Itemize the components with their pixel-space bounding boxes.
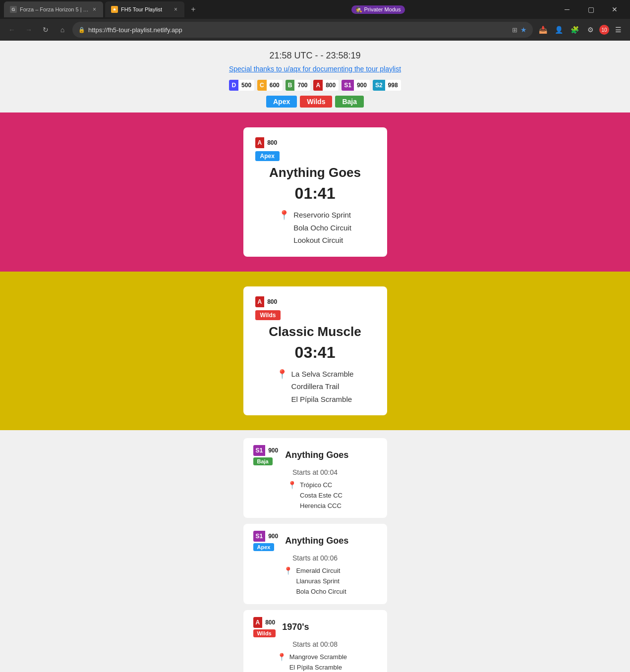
private-mode-badge: 🕵 Privater Modus [351,5,405,14]
event-2-loc-1: Mangrove Scramble [289,652,353,663]
event-2-class-letter: A [253,617,263,628]
featured-1-class-number: 800 [264,137,280,148]
event-0-time: Starts at 00:04 [253,468,377,476]
event-1-tag: Apex [253,543,275,551]
event-card-2: A 800 Wilds 1970's Starts at 00:08 📍 Man… [243,610,387,672]
tab-close-fh5[interactable]: × [173,5,178,14]
reload-button[interactable]: ↻ [39,23,53,37]
featured-card-1: A 800 Apex Anything Goes 01:41 📍 Reservo… [243,127,387,257]
event-1-badges: S1 900 Apex [253,531,282,551]
class-number-s1: 900 [354,80,370,91]
featured-card-1-badges: A 800 Apex [255,137,375,161]
tab-fh5[interactable]: ★ FH5 Tour Playlist × [105,1,184,17]
event-1-class-badge: S1 900 [253,531,282,542]
featured-card-2-badges: A 800 Wilds [255,296,375,320]
lock-icon: 🔒 [78,27,85,33]
featured-1-class-letter: A [255,137,265,148]
tab-title-forza: Forza – Forza Horizon 5 | Seite 3 [20,6,89,12]
event-0-class-number: 900 [265,445,281,456]
menu-button[interactable]: ☰ [611,23,625,37]
private-mode-icon: 🕵 [355,6,362,13]
tag-apex[interactable]: Apex [266,96,297,108]
event-card-1: S1 900 Apex Anything Goes Starts at 00:0… [243,524,387,604]
class-badge-s1[interactable]: S1 900 [342,80,370,91]
featured-2-loc-2: Cordillera Trail [291,380,354,393]
tab-favicon-fh5: ★ [111,6,118,13]
tag-baja[interactable]: Baja [335,96,364,108]
extensions-button[interactable]: 🧩 [568,23,581,37]
event-0-loc-1: Trópico CC [300,480,343,491]
home-button[interactable]: ⌂ [56,23,69,37]
time-display: 21:58 UTC - - 23:58:19 [8,51,622,61]
featured-2-loc-3: El Pípila Scramble [291,393,354,406]
class-letter-a: A [313,80,323,91]
class-badges-row: D 500 C 600 B 700 A 800 S1 900 [8,80,622,91]
class-badge-d[interactable]: D 500 [229,80,254,91]
new-tab-button[interactable]: + [186,2,200,16]
event-1-loc-2: Llanuras Sprint [296,576,346,587]
pocket-button[interactable]: 📥 [536,23,550,37]
event-2-title: 1970's [282,622,309,632]
settings-button[interactable]: ⚙ [583,23,597,37]
class-badge-s2[interactable]: S2 998 [373,80,401,91]
events-list: S1 900 Baja Anything Goes Starts at 00:0… [0,430,630,672]
featured-card-2: A 800 Wilds Classic Muscle 03:41 📍 La Se… [243,286,387,416]
featured-2-locations: 📍 La Selva Scramble Cordillera Trail El … [255,368,375,406]
event-1-class-number: 900 [265,531,281,542]
event-1-pin: 📍 [284,566,293,575]
event-1-time: Starts at 00:06 [253,554,377,562]
event-0-pin: 📍 [287,481,297,490]
class-badge-b[interactable]: B 700 [286,80,311,91]
featured-1-loc-1: Reservorio Sprint [293,209,351,222]
event-0-loc-3: Herencia CCC [300,501,343,511]
class-number-c: 600 [267,80,283,91]
forward-button[interactable]: → [22,23,36,37]
address-text: https://fh5-tour-playlist.netlify.app [88,26,509,34]
class-letter-s2: S2 [373,80,385,91]
tab-favicon-forza: G [10,6,17,13]
event-0-header: S1 900 Baja Anything Goes [253,445,377,465]
tab-title-fh5: FH5 Tour Playlist [121,6,170,12]
browser-chrome: G Forza – Forza Horizon 5 | Seite 3 × ★ … [0,0,630,41]
location-pin-1: 📍 [279,210,289,221]
class-letter-c: C [257,80,267,91]
featured-2-location-list: La Selva Scramble Cordillera Trail El Pí… [291,368,354,406]
featured-2-title: Classic Muscle [255,324,375,339]
featured-1-loc-2: Bola Ocho Circuit [293,222,351,234]
back-button[interactable]: ← [5,23,19,37]
tab-forza[interactable]: G Forza – Forza Horizon 5 | Seite 3 × [4,1,103,17]
maximize-button[interactable]: ▢ [579,0,602,20]
event-1-locations: 📍 Emerald Circuit Llanuras Sprint Bola O… [253,566,377,597]
page-header: 21:58 UTC - - 23:58:19 Special thanks to… [0,41,630,112]
account-button[interactable]: 👤 [552,23,566,37]
address-bar[interactable]: 🔒 https://fh5-tour-playlist.netlify.app … [72,22,533,38]
class-number-a: 800 [323,80,339,91]
event-0-title: Anything Goes [285,450,348,460]
special-thanks-link[interactable]: Special thanks to u/aqx for documenting … [8,65,622,73]
event-0-locations: 📍 Trópico CC Costa Este CC Herencia CCC [253,480,377,511]
close-button[interactable]: ✕ [603,0,626,20]
event-2-class-number: 800 [262,617,278,628]
minimize-button[interactable]: ─ [556,0,578,20]
tab-close-forza[interactable]: × [92,5,97,14]
featured-1-time: 01:41 [255,184,375,203]
translate-icon: ⊞ [512,26,517,34]
star-icon[interactable]: ★ [520,26,527,34]
class-letter-s1: S1 [342,80,354,91]
class-badge-c[interactable]: C 600 [257,80,283,91]
browser-nav: ← → ↻ ⌂ 🔒 https://fh5-tour-playlist.netl… [0,19,630,41]
tag-badges-row: Apex Wilds Baja [8,96,622,108]
event-2-class-badge: A 800 [253,617,279,628]
featured-2-class-letter: A [255,296,265,307]
event-0-badges: S1 900 Baja [253,445,282,465]
tag-wilds[interactable]: Wilds [300,96,332,108]
event-2-pin: 📍 [277,653,286,662]
event-0-class-letter: S1 [253,445,266,456]
featured-1-locations: 📍 Reservorio Sprint Bola Ocho Circuit Lo… [255,209,375,247]
notification-badge: 10 [599,25,609,35]
featured-1-loc-3: Lookout Circuit [293,234,351,247]
event-2-badges: A 800 Wilds [253,617,279,637]
browser-tabs: G Forza – Forza Horizon 5 | Seite 3 × ★ … [0,0,630,19]
featured-section-1: A 800 Apex Anything Goes 01:41 📍 Reservo… [0,112,630,272]
class-badge-a[interactable]: A 800 [313,80,339,91]
